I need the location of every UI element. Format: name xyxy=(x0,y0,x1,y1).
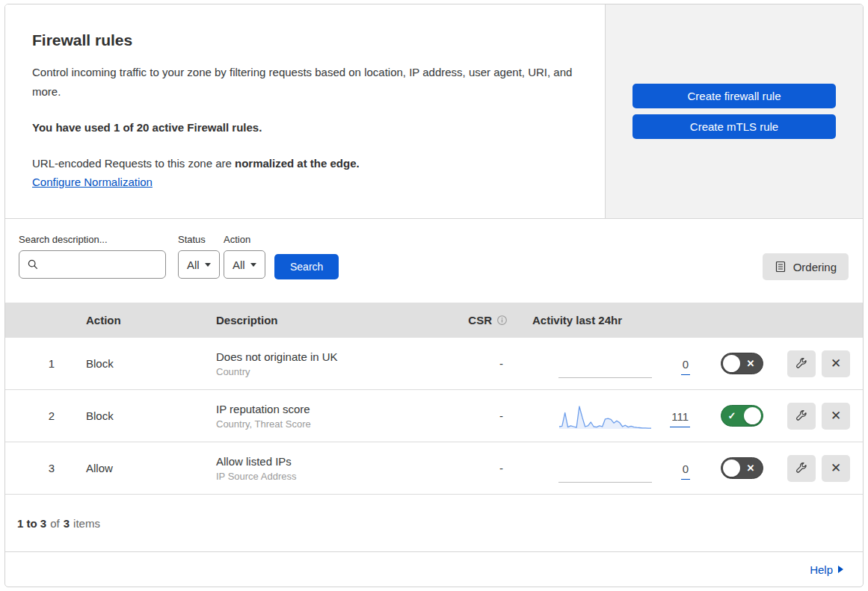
ordering-label: Ordering xyxy=(793,261,837,273)
search-icon xyxy=(27,259,39,270)
column-header-csr: CSR xyxy=(468,314,514,327)
edit-rule-button[interactable] xyxy=(787,455,816,482)
rule-description: Allow listed IPs xyxy=(216,455,424,468)
delete-rule-button[interactable]: ✕ xyxy=(822,455,850,482)
page-description: Control incoming traffic to your zone by… xyxy=(32,63,575,102)
check-icon: ✓ xyxy=(728,411,736,421)
rule-priority: 3 xyxy=(5,462,73,474)
items-range: 1 to 3 xyxy=(17,517,46,530)
toggle-knob xyxy=(723,355,740,372)
close-icon: ✕ xyxy=(831,460,841,476)
chevron-down-icon xyxy=(205,263,211,267)
rule-activity-cell: 111 xyxy=(514,390,701,442)
search-button[interactable]: Search xyxy=(274,254,339,279)
rule-action: Block xyxy=(73,409,207,422)
search-box[interactable] xyxy=(19,250,166,279)
wrench-icon xyxy=(795,357,808,371)
delete-rule-button[interactable]: ✕ xyxy=(822,403,850,430)
toggle-knob xyxy=(744,407,761,424)
rule-edit-cell xyxy=(787,403,816,430)
search-group: Search description... xyxy=(19,234,166,279)
rule-enabled-toggle[interactable]: ✕ xyxy=(721,457,763,479)
rule-action: Allow xyxy=(73,462,207,474)
action-select[interactable]: All xyxy=(224,250,265,279)
rule-description-cell: Allow listed IPs IP Source Address xyxy=(207,455,424,482)
rule-criteria: Country, Threat Score xyxy=(216,418,424,430)
ordering-button[interactable]: Ordering xyxy=(763,253,849,280)
status-label: Status xyxy=(178,234,220,245)
status-select[interactable]: All xyxy=(178,250,220,279)
action-label: Action xyxy=(224,234,265,245)
rule-criteria: Country xyxy=(216,366,424,377)
table-row: 3 Allow Allow listed IPs IP Source Addre… xyxy=(5,442,863,495)
page-title: Firewall rules xyxy=(32,31,575,49)
rule-action: Block xyxy=(73,357,207,370)
rule-enabled-toggle[interactable]: ✓ xyxy=(721,405,763,427)
rule-priority: 1 xyxy=(5,357,73,370)
header-text-block: Firewall rules Control incoming traffic … xyxy=(5,4,605,218)
edit-rule-button[interactable] xyxy=(787,350,816,377)
filter-bar: Search description... Status All Action … xyxy=(5,219,863,303)
rule-edit-cell xyxy=(787,455,816,482)
flat-activity-line xyxy=(558,377,652,378)
activity-count-link[interactable]: 111 xyxy=(670,410,690,427)
toggle-knob xyxy=(723,460,740,477)
activity-count-link[interactable]: 0 xyxy=(681,462,690,480)
action-selected-value: All xyxy=(233,259,245,271)
firewall-rules-panel: Firewall rules Control incoming traffic … xyxy=(4,4,864,587)
configure-normalization-link[interactable]: Configure Normalization xyxy=(32,176,153,188)
x-mark-icon: ✕ xyxy=(747,359,755,368)
normalization-bold: normalized at the edge. xyxy=(235,157,360,170)
search-input[interactable] xyxy=(45,259,158,270)
rule-csr-value: - xyxy=(499,409,514,422)
header-section: Firewall rules Control incoming traffic … xyxy=(5,4,863,219)
help-label: Help xyxy=(810,563,833,576)
action-filter-group: Action All xyxy=(224,234,265,279)
column-header-description: Description xyxy=(207,314,424,327)
delete-rule-button[interactable]: ✕ xyxy=(822,350,850,377)
close-icon: ✕ xyxy=(831,356,841,371)
create-mtls-rule-button[interactable]: Create mTLS rule xyxy=(632,114,836,139)
table-row: 1 Block Does not originate in UK Country… xyxy=(5,338,863,390)
rule-activity-cell: 0 xyxy=(514,338,701,389)
rule-description: Does not originate in UK xyxy=(216,350,424,363)
normalization-note: URL-encoded Requests to this zone are no… xyxy=(32,155,575,173)
rule-csr-value: - xyxy=(499,462,514,474)
rule-toggle-cell: ✕ xyxy=(721,353,763,374)
search-label: Search description... xyxy=(19,234,166,245)
rule-description-cell: Does not originate in UK Country xyxy=(207,350,424,377)
rule-delete-cell: ✕ xyxy=(822,455,850,482)
csr-label: CSR xyxy=(468,314,492,327)
rule-csr-value: - xyxy=(499,357,514,370)
wrench-icon xyxy=(795,409,808,423)
usage-summary: You have used 1 of 20 active Firewall ru… xyxy=(32,121,575,134)
help-link[interactable]: Help xyxy=(810,563,843,576)
rule-toggle-cell: ✕ xyxy=(721,457,763,479)
edit-rule-button[interactable] xyxy=(787,403,816,430)
x-mark-icon: ✕ xyxy=(747,463,755,473)
activity-sparkline xyxy=(558,390,652,442)
chevron-down-icon xyxy=(250,263,256,267)
rule-priority: 2 xyxy=(5,409,73,422)
rule-enabled-toggle[interactable]: ✕ xyxy=(721,353,763,374)
info-icon[interactable] xyxy=(496,315,508,326)
table-header: Action Description CSR Activity last 24h… xyxy=(5,303,863,338)
rule-delete-cell: ✕ xyxy=(822,350,850,377)
create-firewall-rule-button[interactable]: Create firewall rule xyxy=(632,84,836,108)
actions-panel: Create firewall rule Create mTLS rule xyxy=(605,4,863,218)
wrench-icon xyxy=(795,462,808,475)
items-text: items xyxy=(73,517,100,530)
bottom-bar: Help xyxy=(5,552,863,587)
arrow-right-icon xyxy=(838,566,843,573)
status-selected-value: All xyxy=(187,259,200,271)
activity-sparkline xyxy=(558,442,652,494)
pagination-summary: 1 to 3 of 3 items xyxy=(5,495,863,552)
rule-toggle-cell: ✓ xyxy=(721,405,763,427)
ordering-list-icon xyxy=(775,261,787,273)
table-row: 2 Block IP reputation score Country, Thr… xyxy=(5,390,863,442)
rule-delete-cell: ✕ xyxy=(822,403,850,430)
items-total: 3 xyxy=(64,517,70,530)
sparkline-chart xyxy=(558,402,652,430)
flat-activity-line xyxy=(558,482,652,483)
activity-count-link[interactable]: 0 xyxy=(681,358,690,375)
